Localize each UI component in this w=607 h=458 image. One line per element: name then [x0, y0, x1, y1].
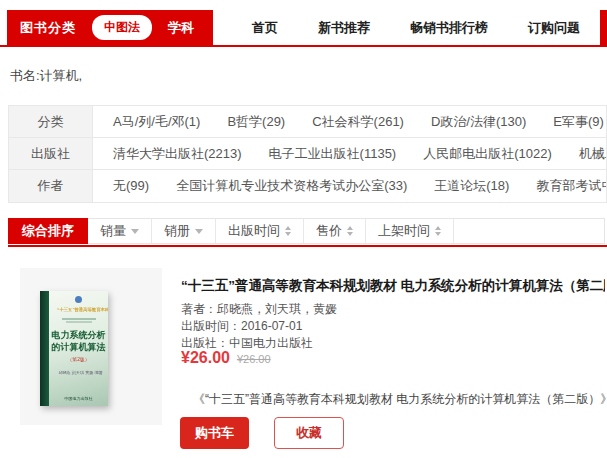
page: 图书分类 中图法 学科 首页 新书推荐 畅销书排行榜 订购问题 书名:计算机, …	[0, 0, 607, 458]
sort-tab-copies[interactable]: 销册	[152, 219, 216, 243]
sort-tab-price[interactable]: 售价	[304, 219, 366, 243]
filter-row-category: 分类 A马/列/毛/邓(1) B哲学(29) C社会科学(261) D政治/法律…	[9, 106, 606, 138]
sort-tab-pubdate[interactable]: 出版时间	[216, 219, 304, 243]
book-cover-image[interactable]: “十三五”普通高等教育本科规划教材 电力系统分析 的计算机算法 （第2版） 邱晓…	[20, 268, 162, 425]
header-divider	[0, 45, 607, 47]
book-author-line: 著者：邱晓燕，刘天琪，黄媛	[181, 301, 337, 318]
nav-item-new-books[interactable]: 新书推荐	[318, 19, 370, 37]
filter-item[interactable]: 电子工业出版社(1135)	[269, 145, 397, 163]
current-price: ¥26.00	[181, 349, 230, 367]
filter-items: 无(99) 全国计算机专业技术资格考试办公室(33) 王道论坛(18) 教育部考…	[93, 170, 606, 202]
price-row: ¥26.00 ¥26.00	[181, 349, 271, 367]
book-spine	[40, 291, 49, 406]
action-buttons: 购书车 收藏	[180, 417, 344, 449]
filter-label: 出版社	[9, 138, 93, 169]
sort-down-icon	[131, 229, 139, 234]
filter-items: 清华大学出版社(2213) 电子工业出版社(1135) 人民邮电出版社(1022…	[93, 138, 606, 169]
sort-down-icon	[195, 229, 203, 234]
header-right-cutoff-block	[600, 10, 607, 45]
sort-tab-sales[interactable]: 销量	[88, 219, 152, 243]
applied-search-query: 书名:计算机,	[10, 67, 82, 85]
tab-zhongtufa[interactable]: 中图法	[92, 15, 152, 40]
filter-item[interactable]: 人民邮电出版社(1022)	[423, 145, 552, 163]
cover-edition: （第2版）	[55, 356, 102, 363]
nav-item-bestsellers[interactable]: 畅销书排行榜	[410, 19, 488, 37]
cover-banner: “十三五”普通高等教育本科规划教材	[57, 306, 99, 312]
cover-publisher-mark: 中国电力出版社	[58, 395, 98, 401]
sort-bar-underline	[8, 245, 607, 247]
book-front-cover: “十三五”普通高等教育本科规划教材 电力系统分析 的计算机算法 （第2版） 邱晓…	[49, 291, 108, 406]
sort-updown-icon	[347, 226, 353, 236]
book-category-label: 图书分类	[20, 19, 76, 37]
book-title-link[interactable]: “十三五”普通高等教育本科规划教材 电力系统分析的计算机算法（第二版）	[181, 277, 605, 295]
nav-item-home[interactable]: 首页	[252, 19, 278, 37]
sort-updown-icon	[285, 226, 291, 236]
filter-item[interactable]: D政治/法律(130)	[431, 113, 526, 131]
cover-decoration-line	[66, 321, 92, 323]
add-to-cart-button[interactable]: 购书车	[180, 417, 249, 449]
sort-bar: 综合排序 销量 销册 出版时间 售价 上架时间	[8, 218, 605, 244]
sort-tab-shelf-date[interactable]: 上架时间	[366, 219, 454, 243]
tab-xueke[interactable]: 学科	[168, 19, 194, 37]
book-description: 《“十三五”普通高等教育本科规划教材 电力系统分析的计算机算法（第二版）》为“	[181, 391, 607, 408]
filter-item[interactable]: 无(99)	[113, 177, 149, 195]
filter-item[interactable]: A马/列/毛/邓(1)	[113, 113, 200, 131]
sort-tab-comprehensive[interactable]: 综合排序	[8, 218, 88, 244]
filter-item[interactable]: 全国计算机专业技术资格考试办公室(33)	[176, 177, 407, 195]
cover-logo-icon	[75, 296, 82, 303]
filter-row-publisher: 出版社 清华大学出版社(2213) 电子工业出版社(1135) 人民邮电出版社(…	[9, 138, 606, 170]
filter-table: 分类 A马/列/毛/邓(1) B哲学(29) C社会科学(261) D政治/法律…	[8, 105, 607, 203]
top-nav: 首页 新书推荐 畅销书排行榜 订购问题	[252, 10, 580, 45]
filter-item[interactable]: C社会科学(261)	[312, 113, 404, 131]
category-header-bar: 图书分类 中图法 学科	[7, 10, 213, 45]
filter-row-author: 作者 无(99) 全国计算机专业技术资格考试办公室(33) 王道论坛(18) 教…	[9, 170, 606, 202]
filter-items: A马/列/毛/邓(1) B哲学(29) C社会科学(261) D政治/法律(13…	[93, 106, 606, 137]
book-pubdate-line: 出版时间：2016-07-01	[181, 318, 302, 335]
sort-updown-icon	[435, 226, 441, 236]
cover-authors: 邱晓燕 刘天琪 黄媛 编著	[58, 370, 98, 376]
filter-label: 分类	[9, 106, 93, 137]
cover-title: 电力系统分析 的计算机算法	[49, 330, 108, 353]
filter-item[interactable]: 王道论坛(18)	[434, 177, 509, 195]
filter-label: 作者	[9, 170, 93, 202]
filter-item[interactable]: 清华大学出版社(2213)	[113, 145, 242, 163]
filter-item[interactable]: B哲学(29)	[227, 113, 285, 131]
cover-decoration-line	[62, 318, 96, 320]
filter-item[interactable]: 机械工业出版社(	[579, 145, 606, 163]
original-price: ¥26.00	[237, 353, 271, 365]
favorite-button[interactable]: 收藏	[274, 417, 344, 449]
nav-item-order-faq[interactable]: 订购问题	[528, 19, 580, 37]
filter-item[interactable]: E军事(9)	[553, 113, 604, 131]
filter-item[interactable]: 教育部考试中心(16)	[536, 177, 606, 195]
book-3d: “十三五”普通高等教育本科规划教材 电力系统分析 的计算机算法 （第2版） 邱晓…	[40, 291, 108, 406]
